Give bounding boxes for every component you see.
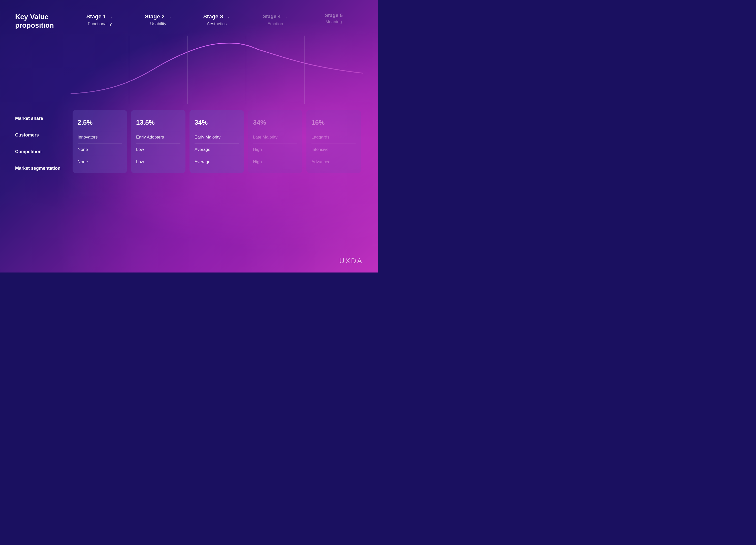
competition-label: Competition <box>15 143 71 160</box>
competition-val-stage1: None <box>78 144 122 156</box>
competition-val-stage3: Average <box>195 144 239 156</box>
stage-col-stage1: Stage 1→Functionality <box>71 13 129 26</box>
stage-col-stage2: Stage 2→Usability <box>129 13 187 26</box>
data-card-stage4: 34%Late MajorityHighHigh <box>248 110 302 173</box>
stage-subtitle-stage4: Emotion <box>267 21 283 26</box>
key-value-title: Key Value proposition <box>15 13 71 29</box>
stage-subtitle-stage3: Aesthetics <box>207 21 227 26</box>
market-share-val-stage1: 2.5% <box>78 114 122 131</box>
stage-col-stage3: Stage 3→Aesthetics <box>187 13 246 26</box>
data-col-stage2: 13.5%Early AdoptersLowLow <box>129 110 187 173</box>
arrow-stage2: → <box>167 15 172 20</box>
market-seg-val-stage5: Advanced <box>311 156 356 169</box>
stage-name-stage1: Stage 1 <box>86 13 106 20</box>
stage-name-stage2: Stage 2 <box>145 13 165 20</box>
chart-label-spacer <box>15 35 71 105</box>
stage-subtitle-stage1: Functionality <box>88 21 112 26</box>
arrow-stage3: → <box>225 15 230 20</box>
data-card-stage2: 13.5%Early AdoptersLowLow <box>131 110 185 173</box>
arrow-stage4: → <box>283 15 288 20</box>
customers-val-stage4: Late Majority <box>253 131 297 144</box>
market-seg-val-stage2: Low <box>136 156 180 169</box>
market-seg-label: Market segmentation <box>15 160 71 177</box>
row-labels-col: Market share Customers Competition Marke… <box>15 110 71 177</box>
data-col-stage3: 34%Early MajorityAverageAverage <box>187 110 246 173</box>
data-col-stage1: 2.5%InnovatorsNoneNone <box>71 110 129 173</box>
market-share-val-stage5: 16% <box>311 114 356 131</box>
stage-name-stage3: Stage 3 <box>203 13 223 20</box>
market-share-val-stage4: 34% <box>253 114 297 131</box>
chart-area <box>15 35 363 105</box>
market-share-label: Market share <box>15 110 71 127</box>
stages-row: Stage 1→FunctionalityStage 2→UsabilitySt… <box>71 13 363 26</box>
competition-val-stage2: Low <box>136 144 180 156</box>
customers-val-stage3: Early Majority <box>195 131 239 144</box>
stage-name-stage5: Stage 5 <box>325 13 342 18</box>
chart-svg <box>71 35 363 105</box>
data-col-stage4: 34%Late MajorityHighHigh <box>246 110 304 173</box>
data-card-stage1: 2.5%InnovatorsNoneNone <box>73 110 127 173</box>
market-seg-val-stage3: Average <box>195 156 239 169</box>
customers-val-stage1: Innovators <box>78 131 122 144</box>
data-section: Market share Customers Competition Marke… <box>15 110 363 177</box>
competition-val-stage4: High <box>253 144 297 156</box>
stage-col-stage5: Stage 5Meaning <box>304 13 363 24</box>
arrow-stage1: → <box>108 15 113 20</box>
chart-svg-wrap <box>71 35 363 105</box>
customers-val-stage5: Laggards <box>311 131 356 144</box>
data-card-stage3: 34%Early MajorityAverageAverage <box>190 110 244 173</box>
market-share-val-stage3: 34% <box>195 114 239 131</box>
stage-subtitle-stage5: Meaning <box>325 19 342 24</box>
data-cols: 2.5%InnovatorsNoneNone13.5%Early Adopter… <box>71 110 363 173</box>
market-curve <box>71 43 363 94</box>
stage-name-stage4: Stage 4 <box>263 14 280 19</box>
stage-col-stage4: Stage 4→Emotion <box>246 13 304 26</box>
data-card-stage5: 16%LaggardsIntensiveAdvanced <box>306 110 361 173</box>
customers-val-stage2: Early Adopters <box>136 131 180 144</box>
customers-label: Customers <box>15 127 71 143</box>
competition-val-stage5: Intensive <box>311 144 356 156</box>
market-share-val-stage2: 13.5% <box>136 114 180 131</box>
stage-subtitle-stage2: Usability <box>150 21 166 26</box>
market-seg-val-stage1: None <box>78 156 122 169</box>
data-col-stage5: 16%LaggardsIntensiveAdvanced <box>304 110 363 173</box>
key-value-col: Key Value proposition <box>15 13 71 29</box>
market-seg-val-stage4: High <box>253 156 297 169</box>
header-row: Key Value proposition Stage 1→Functional… <box>15 13 363 29</box>
